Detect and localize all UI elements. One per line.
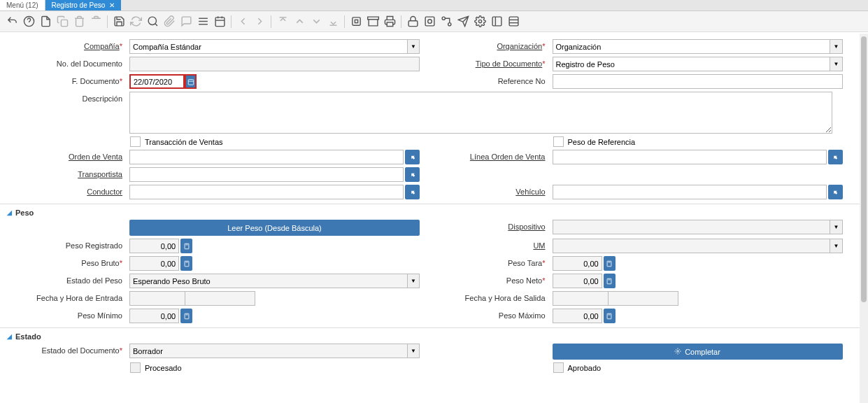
last-icon[interactable]: [325, 14, 341, 29]
collapse-icon[interactable]: ◢: [7, 209, 12, 216]
peso-referencia-checkbox[interactable]: [553, 136, 564, 147]
svg-rect-38: [607, 313, 611, 319]
leer-peso-button[interactable]: Leer Peso (Desde Báscula): [129, 220, 420, 236]
archive-icon[interactable]: [365, 14, 380, 29]
organizacion-input[interactable]: [553, 39, 831, 54]
next-rec-icon[interactable]: [308, 14, 324, 29]
compania-label: Compañía: [84, 42, 120, 50]
calendar-icon[interactable]: [185, 74, 197, 89]
fecha-entrada-date: [129, 291, 185, 306]
lookup-icon[interactable]: [405, 185, 420, 199]
orden-venta-input[interactable]: [129, 150, 404, 164]
section-estado-label: Estado: [15, 332, 41, 341]
lookup-icon[interactable]: [405, 167, 420, 182]
completar-label: Completar: [685, 348, 720, 356]
history-icon[interactable]: [212, 14, 227, 29]
process-icon[interactable]: [472, 14, 488, 29]
workflow-icon[interactable]: [439, 14, 454, 29]
linea-orden-input[interactable]: [553, 150, 827, 164]
lookup-icon[interactable]: [828, 150, 843, 164]
collapse-icon[interactable]: ◢: [7, 333, 12, 340]
undo-icon[interactable]: [4, 14, 20, 29]
refresh-icon[interactable]: [128, 14, 143, 29]
svg-point-18: [442, 17, 445, 20]
svg-point-19: [448, 23, 450, 26]
calculator-icon[interactable]: [180, 309, 192, 323]
um-input[interactable]: [553, 239, 831, 253]
customize-icon[interactable]: [506, 14, 521, 29]
svg-rect-16: [425, 17, 434, 26]
vehiculo-input[interactable]: [553, 185, 827, 199]
lock-icon[interactable]: [405, 14, 420, 29]
estado-doc-label: Estado del Documento: [41, 346, 119, 355]
delete-selection-icon[interactable]: [88, 14, 104, 29]
dropdown-icon[interactable]: ▼: [830, 220, 842, 234]
compania-input[interactable]: [129, 39, 408, 54]
attachment-icon[interactable]: [162, 14, 177, 29]
tab-registro-peso[interactable]: Registro de Peso ✕: [45, 0, 122, 10]
request-icon[interactable]: [455, 14, 471, 29]
calculator-icon[interactable]: [180, 239, 192, 253]
transportista-label: Transportista: [78, 170, 122, 178]
descripcion-input[interactable]: [129, 92, 832, 134]
calculator-icon[interactable]: [604, 309, 616, 323]
tab-menu-label: Menú (12): [6, 1, 38, 9]
svg-rect-30: [185, 261, 189, 267]
prev-rec-icon[interactable]: [292, 14, 307, 29]
transportista-input[interactable]: [129, 167, 404, 182]
procesado-label: Procesado: [145, 364, 182, 372]
delete-icon[interactable]: [71, 14, 87, 29]
svg-rect-15: [408, 21, 418, 27]
ref-no-input[interactable]: [553, 74, 843, 89]
svg-rect-1: [61, 20, 67, 26]
leer-peso-label: Leer Peso (Desde Báscula): [227, 224, 322, 232]
dropdown-icon[interactable]: ▼: [830, 239, 842, 253]
f-doc-input[interactable]: [129, 74, 185, 89]
report-icon[interactable]: [348, 14, 364, 29]
estado-peso-input[interactable]: [129, 274, 408, 288]
search-icon[interactable]: [145, 14, 160, 29]
help-icon[interactable]: [21, 14, 36, 29]
zoom-icon[interactable]: [422, 14, 437, 29]
scrollbar-track[interactable]: [860, 34, 868, 403]
grid-toggle-icon[interactable]: [195, 14, 211, 29]
dispositivo-input[interactable]: [553, 220, 831, 234]
tab-menu[interactable]: Menú (12): [0, 0, 45, 10]
dropdown-icon[interactable]: ▼: [408, 39, 420, 54]
lookup-icon[interactable]: [405, 150, 420, 164]
dropdown-icon[interactable]: ▼: [408, 344, 420, 358]
fecha-entrada-time: [185, 291, 255, 306]
new-icon[interactable]: [38, 14, 53, 29]
estado-doc-input[interactable]: [129, 344, 408, 358]
doc-no-label: No. del Documento: [57, 59, 122, 68]
svg-point-17: [427, 20, 432, 24]
save-icon[interactable]: [111, 14, 127, 29]
calculator-icon[interactable]: [180, 256, 192, 271]
toolbar: [0, 11, 868, 32]
dropdown-icon[interactable]: ▼: [830, 57, 842, 71]
copy-icon[interactable]: [55, 14, 70, 29]
conductor-input[interactable]: [129, 185, 404, 199]
peso-referencia-label: Peso de Referencia: [568, 138, 636, 146]
prev-icon[interactable]: [235, 14, 250, 29]
section-peso-header: ◢ Peso: [0, 204, 860, 220]
transaccion-ventas-checkbox[interactable]: [130, 136, 141, 147]
print-icon[interactable]: [382, 14, 397, 29]
next-icon[interactable]: [252, 14, 267, 29]
svg-point-20: [478, 20, 481, 22]
product-info-icon[interactable]: [489, 14, 504, 29]
lookup-icon[interactable]: [828, 185, 843, 199]
chat-icon[interactable]: [178, 14, 194, 29]
calculator-icon[interactable]: [604, 256, 616, 271]
close-icon[interactable]: ✕: [109, 1, 115, 9]
procesado-checkbox: [130, 362, 141, 373]
dropdown-icon[interactable]: ▼: [830, 39, 842, 54]
tipo-doc-input[interactable]: [553, 57, 831, 71]
completar-button[interactable]: Completar: [553, 344, 843, 360]
first-icon[interactable]: [275, 14, 290, 29]
peso-tara-label: Peso Tara: [508, 259, 542, 267]
calculator-icon[interactable]: [604, 274, 616, 288]
dropdown-icon[interactable]: ▼: [408, 274, 420, 288]
scrollbar-thumb[interactable]: [861, 36, 867, 302]
organizacion-label: Organización: [497, 42, 542, 50]
